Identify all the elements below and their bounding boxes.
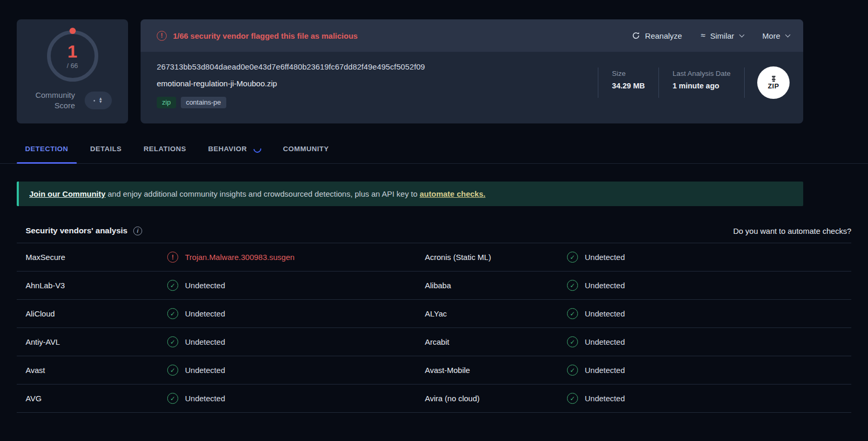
vendor-status: ✓ Undetected (567, 308, 851, 319)
file-hash[interactable]: 267313bb53d804daead0e0e43d7e6ff480b23619… (157, 62, 598, 71)
file-info: 267313bb53d804daead0e0e43d7e6ff480b23619… (157, 62, 598, 108)
automate-checks-link[interactable]: automate checks. (420, 189, 485, 198)
reanalyze-icon (632, 31, 640, 40)
loading-spinner-icon (251, 143, 262, 154)
vendor-name: Alibaba (425, 281, 567, 290)
vendor-status: ✓ Undetected (567, 393, 851, 404)
last-analysis-stat: Last Analysis Date 1 minute ago (658, 67, 745, 98)
last-analysis-value: 1 minute ago (673, 82, 731, 90)
join-community-link[interactable]: Join our Community (29, 189, 106, 198)
vendor-name: Acronis (Static ML) (425, 253, 567, 262)
tab-relations[interactable]: RELATIONS (135, 133, 195, 163)
check-icon: ✓ (567, 336, 578, 347)
vendor-status: ✓ Undetected (567, 252, 851, 263)
zipper-icon (772, 76, 776, 82)
file-size-stat: Size 34.29 MB (598, 67, 658, 98)
table-row: Avast ✓ Undetected Avast-Mobile ✓ Undete… (17, 356, 851, 385)
tag-contains-pe[interactable]: contains-pe (181, 97, 226, 108)
vendor-name: ALYac (425, 309, 567, 318)
vendor-name: Arcabit (425, 337, 567, 346)
community-vote-stepper[interactable]: ▲▼ (85, 92, 112, 109)
status-text: Undetected (585, 253, 625, 262)
check-icon: ✓ (567, 252, 578, 263)
tab-details[interactable]: DETAILS (82, 133, 130, 163)
vendor-status: ! Trojan.Malware.300983.susgen (167, 252, 425, 263)
check-icon: ✓ (167, 308, 178, 319)
community-score-label: Community Score (33, 90, 75, 111)
table-row: Antiy-AVL ✓ Undetected Arcabit ✓ Undetec… (17, 328, 851, 356)
chevron-down-icon (739, 32, 744, 38)
gauge-ring: 1 / 66 (47, 30, 98, 82)
status-text: Undetected (585, 394, 625, 403)
status-text: Undetected (185, 366, 225, 375)
check-icon: ✓ (567, 393, 578, 404)
community-score-card: 1 / 66 Community Score ▲▼ (17, 19, 128, 123)
detection-alert-bar: ! 1/66 security vendor flagged this file… (141, 19, 803, 52)
file-summary-card: ! 1/66 security vendor flagged this file… (141, 19, 803, 123)
tab-behavior[interactable]: BEHAVIOR (200, 133, 269, 163)
tag-zip[interactable]: zip (157, 97, 176, 108)
file-name: emotional-regulation-ji-Mouboo.zip (157, 79, 598, 88)
alert-text: 1/66 security vendor flagged this file a… (173, 31, 357, 40)
status-text: Undetected (185, 309, 225, 318)
alert-icon: ! (167, 252, 178, 263)
status-text: Undetected (585, 309, 625, 318)
status-text: Undetected (585, 281, 625, 290)
page: 1 / 66 Community Score ▲▼ ! 1/66 securit… (0, 0, 868, 413)
vendor-status: ✓ Undetected (567, 336, 851, 347)
vendors-table: MaxSecure ! Trojan.Malware.300983.susgen… (17, 243, 851, 413)
vendor-status: ✓ Undetected (167, 336, 425, 347)
vendor-status: ✓ Undetected (167, 280, 425, 291)
analysis-title: Security vendors' analysis (26, 226, 128, 235)
file-stats: Size 34.29 MB Last Analysis Date 1 minut… (598, 67, 745, 108)
more-button[interactable]: More (762, 31, 790, 40)
tab-relations-label: RELATIONS (144, 145, 187, 153)
more-label: More (762, 31, 780, 40)
community-banner: Join our Community and enjoy additional … (17, 182, 803, 206)
file-report-header: 1 / 66 Community Score ▲▼ ! 1/66 securit… (17, 19, 803, 123)
check-icon: ✓ (567, 365, 578, 376)
status-text: Undetected (185, 394, 225, 403)
tab-community[interactable]: COMMUNITY (275, 133, 338, 163)
file-summary-body: 267313bb53d804daead0e0e43d7e6ff480b23619… (141, 52, 803, 121)
status-text: Undetected (185, 337, 225, 346)
status-text: Undetected (185, 281, 225, 290)
check-icon: ✓ (167, 393, 178, 404)
check-icon: ✓ (167, 280, 178, 291)
similar-button[interactable]: ≈ Similar (701, 31, 744, 40)
tab-community-label: COMMUNITY (283, 145, 329, 153)
check-icon: ✓ (567, 280, 578, 291)
check-icon: ✓ (567, 308, 578, 319)
vendor-name: AliCloud (26, 309, 167, 318)
analysis-header: Security vendors' analysis i Do you want… (17, 220, 851, 243)
vendor-name: AVG (26, 394, 167, 403)
size-label: Size (612, 70, 645, 77)
reanalyze-label: Reanalyze (645, 31, 682, 40)
detections-total: / 66 (67, 62, 78, 70)
zip-badge-label: ZIP (768, 82, 779, 90)
detection-score-gauge: 1 / 66 (47, 30, 98, 82)
header-actions: Reanalyze ≈ Similar More (632, 31, 790, 40)
vendor-name: Avast-Mobile (425, 366, 567, 375)
similar-label: Similar (710, 31, 734, 40)
alert-icon: ! (157, 31, 167, 41)
info-icon[interactable]: i (133, 227, 142, 235)
vendor-status: ✓ Undetected (167, 365, 425, 376)
vote-dot-icon (94, 100, 95, 101)
size-value: 34.29 MB (612, 82, 645, 90)
tab-detection[interactable]: DETECTION (17, 133, 77, 163)
check-icon: ✓ (167, 365, 178, 376)
tab-behavior-label: BEHAVIOR (208, 145, 247, 153)
detections-count: 1 (67, 42, 77, 60)
table-row: MaxSecure ! Trojan.Malware.300983.susgen… (17, 243, 851, 272)
file-tags: zip contains-pe (157, 97, 598, 108)
vendor-name: Avira (no cloud) (425, 394, 567, 403)
vendor-name: AhnLab-V3 (26, 281, 167, 290)
reanalyze-button[interactable]: Reanalyze (632, 31, 682, 40)
status-text: Undetected (585, 337, 625, 346)
table-row: AVG ✓ Undetected Avira (no cloud) ✓ Unde… (17, 385, 851, 413)
automate-checks-question[interactable]: Do you want to automate checks? (733, 227, 851, 235)
vendor-status: ✓ Undetected (567, 365, 851, 376)
vendor-status: ✓ Undetected (167, 308, 425, 319)
score-footer: Community Score ▲▼ (17, 90, 128, 111)
